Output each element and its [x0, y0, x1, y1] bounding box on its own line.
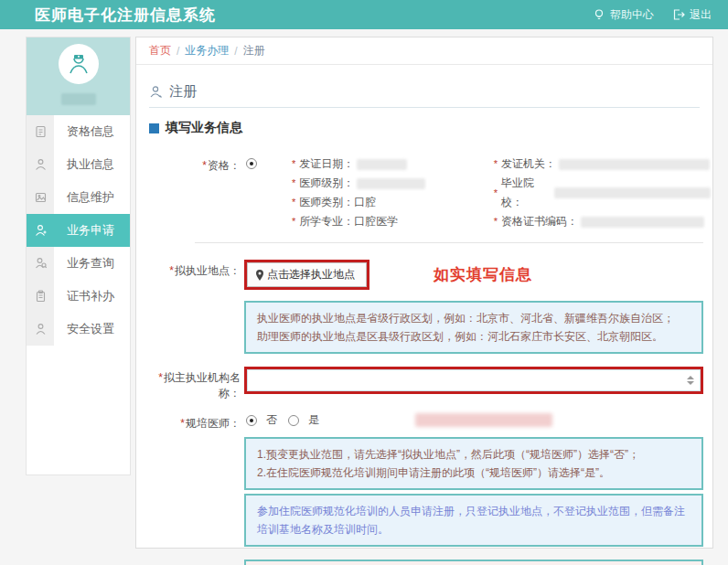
location-hint-line2: 助理医师的执业地点是区县级行政区划，例如：河北石家庄市长安区、北京朝阳区。 — [257, 327, 691, 346]
lightbulb-icon — [593, 8, 605, 21]
location-hint-line1: 执业医师的执业地点是省级行政区划，例如：北京市、河北省、新疆维吾尔族自治区； — [257, 309, 691, 327]
top-header: 医师电子化注册信息系统 帮助中心 退出 — [0, 0, 728, 29]
detail-doctor-level: *医师级别： — [292, 174, 494, 193]
document-icon — [27, 115, 54, 148]
breadcrumb-separator: / — [234, 45, 237, 58]
breadcrumb-home[interactable]: 首页 — [149, 43, 171, 59]
detail-issue-date: *发证日期： — [292, 155, 494, 174]
spinner-icon[interactable] — [687, 376, 694, 385]
practice-location-row: *拟执业地点： 点击选择执业地点 如实填写信息 — [140, 260, 703, 290]
sidebar-item-label: 业务查询 — [54, 247, 130, 280]
sidebar-item-business-query[interactable]: 业务查询 — [27, 247, 130, 280]
sidebar-item-info-maintenance[interactable]: 信息维护 — [27, 181, 130, 214]
detail-issue-authority: *发证机关： — [494, 155, 712, 174]
redacted-value — [554, 187, 711, 198]
header-actions: 帮助中心 退出 — [593, 7, 712, 23]
annotation-box — [244, 367, 703, 394]
qualification-label: *资格： — [140, 155, 241, 174]
sidebar-item-business-application[interactable]: 业务申请 — [27, 214, 130, 247]
breadcrumb-business[interactable]: 业务办理 — [185, 43, 229, 59]
page-title-text: 注册 — [169, 83, 197, 101]
redacted-value — [559, 159, 710, 170]
sidebar-item-label: 安全设置 — [54, 313, 130, 346]
select-location-button[interactable]: 点击选择执业地点 — [247, 262, 367, 287]
redacted-annotation — [415, 413, 552, 427]
breadcrumb-separator: / — [177, 45, 179, 58]
main-panel: 首页 / 业务办理 / 注册 注册 填写业务信息 *资格： — [135, 37, 713, 549]
sidebar: 资格信息 执业信息 信息维护 业务申请 业务查询 — [26, 37, 131, 475]
sidebar-item-label: 执业信息 — [54, 148, 130, 181]
logout-label: 退出 — [690, 7, 712, 23]
detail-doctor-category: *医师类别：口腔 — [292, 193, 494, 212]
trainee-hint-line1: 1.预变更执业范围，请先选择“拟执业地点”，然后此项（“规培医师”）选择“否”； — [257, 445, 691, 464]
page-background: 医师电子化注册信息系统 帮助中心 退出 — [0, 0, 728, 565]
detail-major: *所学专业：口腔医学 — [292, 212, 494, 231]
trainee-hint-line2: 2.在住院医师规范化培训期间申请注册的此项（“规培医师”）请选择“是”。 — [257, 464, 691, 482]
trainee-note-box: 参加住院医师规范化培训的人员申请注册，只登记执业地点，不登记执业范围，但需备注培… — [244, 494, 703, 547]
avatar — [59, 44, 99, 84]
sidebar-item-label: 信息维护 — [54, 181, 130, 214]
logout-icon — [672, 8, 685, 21]
trainee-radio-yes[interactable]: 是 — [286, 412, 319, 428]
trainee-note-text: 参加住院医师规范化培训的人员申请注册，只登记执业地点，不登记执业范围，但需备注培… — [257, 502, 691, 538]
subsection-header: 填写业务信息 — [149, 120, 700, 136]
person-lock-icon — [27, 313, 54, 346]
person-icon — [149, 85, 163, 99]
practice-location-label: *拟执业地点： — [140, 260, 241, 279]
qualification-radio[interactable] — [246, 158, 257, 169]
sidebar-item-certificate-reissue[interactable]: 证书补办 — [27, 280, 130, 313]
location-hint-box: 执业医师的执业地点是省级行政区划，例如：北京市、河北省、新疆维吾尔族自治区； 助… — [244, 301, 703, 354]
breadcrumb-current: 注册 — [243, 43, 265, 59]
practice-scope-hint-box: 选择资格和执业地点后自动加载执业范围. — [244, 560, 703, 565]
user-profile-block — [27, 37, 130, 115]
trainee-row: *规培医师： 否 是 — [140, 412, 703, 432]
subsection-title: 填写业务信息 — [166, 120, 242, 136]
app-title: 医师电子化注册信息系统 — [35, 5, 216, 26]
practice-scope-row: 执业范围： 选择资格和执业地点后自动加载执业范围. — [140, 560, 703, 565]
annotation-text: 如实填写信息 — [434, 264, 532, 285]
location-pin-icon — [255, 270, 264, 281]
help-center-label: 帮助中心 — [610, 7, 654, 23]
sidebar-item-label: 证书补办 — [54, 280, 130, 313]
section-divider — [195, 242, 703, 243]
main-org-row: *拟主执业机构名称： — [140, 367, 703, 401]
clipboard-icon — [27, 280, 54, 313]
logout-link[interactable]: 退出 — [672, 7, 712, 23]
photo-icon — [27, 181, 54, 214]
help-center-link[interactable]: 帮助中心 — [593, 7, 654, 23]
trainee-radio-no[interactable]: 否 — [244, 412, 277, 428]
trainee-hint-box: 1.预变更执业范围，请先选择“拟执业地点”，然后此项（“规培医师”）选择“否”；… — [244, 437, 703, 490]
practice-scope-label: 执业范围： — [140, 560, 241, 565]
redacted-user-name — [61, 93, 96, 105]
page-title: 注册 — [149, 83, 700, 108]
sidebar-item-label: 资格信息 — [54, 115, 130, 148]
sidebar-item-security-settings[interactable]: 安全设置 — [27, 313, 130, 346]
redacted-value — [357, 178, 425, 189]
main-org-input[interactable] — [247, 369, 701, 391]
qualification-row: *资格： *发证日期： *医师级别： *医师类别：口腔 *所学专业：口腔医学 *… — [140, 155, 703, 231]
qualification-details: *发证日期： *医师级别： *医师类别：口腔 *所学专业：口腔医学 *发证机关：… — [292, 155, 711, 231]
person-search-icon — [27, 247, 54, 280]
person-icon — [27, 148, 54, 181]
detail-graduate-school: *毕业院校： — [494, 174, 712, 212]
trainee-label: *规培医师： — [140, 412, 241, 432]
main-org-label: *拟主执业机构名称： — [140, 367, 241, 401]
blue-square-bullet — [149, 123, 159, 133]
redacted-value — [581, 217, 704, 228]
sidebar-item-label: 业务申请 — [54, 214, 130, 247]
person-icon — [27, 214, 54, 247]
redacted-value — [357, 159, 407, 170]
select-location-button-label: 点击选择执业地点 — [267, 267, 355, 282]
doctor-avatar-icon — [66, 51, 91, 77]
detail-certificate-code: *资格证书编码： — [494, 212, 712, 231]
registration-form: *资格： *发证日期： *医师级别： *医师类别：口腔 *所学专业：口腔医学 *… — [136, 136, 712, 565]
annotation-box: 点击选择执业地点 — [244, 260, 369, 290]
breadcrumb: 首页 / 业务办理 / 注册 — [136, 37, 712, 65]
sidebar-item-practice-info[interactable]: 执业信息 — [27, 148, 130, 181]
sidebar-item-qualification-info[interactable]: 资格信息 — [27, 115, 130, 148]
